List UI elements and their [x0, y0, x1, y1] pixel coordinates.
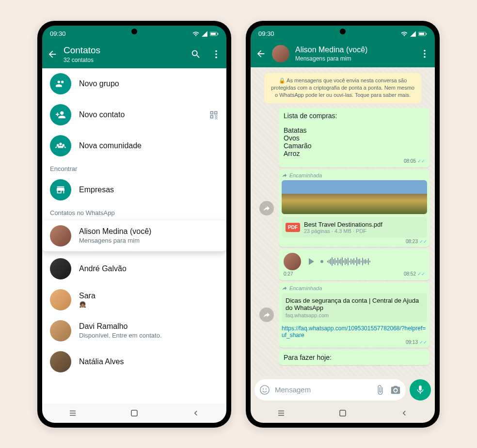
message-bubble-document[interactable]: Encaminhada PDF Best Travel Destinations…: [279, 170, 430, 247]
camera-cutout: [340, 29, 346, 34]
forward-circle-icon[interactable]: [259, 201, 274, 216]
nav-back-icon[interactable]: [400, 409, 409, 417]
search-icon[interactable]: [191, 49, 201, 60]
back-icon[interactable]: [255, 48, 266, 59]
message-bubble-list[interactable]: Lista de compras: Batatas Ovos Camarão A…: [279, 108, 430, 168]
nav-back-icon[interactable]: [191, 409, 200, 417]
avatar: [50, 289, 71, 310]
avatar: [50, 258, 71, 279]
svg-rect-11: [419, 32, 425, 35]
msg-time: 08:52: [404, 271, 416, 277]
message-input[interactable]: Mensagem: [254, 379, 406, 401]
svg-rect-1: [211, 32, 216, 35]
attach-icon[interactable]: [375, 385, 385, 395]
camera-icon[interactable]: [390, 385, 401, 395]
community-icon: [55, 140, 66, 151]
nav-recents-icon[interactable]: [68, 409, 77, 417]
svg-point-4: [215, 53, 217, 55]
phone-chat: 09:30 Alison Medina (você) Mensagens par…: [246, 21, 440, 428]
svg-rect-12: [426, 33, 427, 34]
avatar: [50, 351, 71, 372]
contact-emoji: 👧🏽: [79, 301, 219, 308]
item-label: Nova comunidade: [79, 141, 219, 150]
chat-messages[interactable]: 🔒 As mensagens que você envia nesta conv…: [251, 67, 435, 376]
nav-bar: [42, 403, 226, 423]
image-preview: [282, 180, 427, 214]
forward-circle-icon[interactable]: [259, 308, 274, 322]
message-bubble-link[interactable]: Encaminhada Dicas de segurança da conta …: [279, 282, 430, 348]
nav-bar: [251, 403, 435, 423]
contacts-content[interactable]: Novo grupo Novo contato Nova comunidade …: [42, 68, 226, 403]
section-contacts-on: Contatos no WhatsApp: [42, 205, 226, 218]
play-icon[interactable]: [305, 256, 317, 267]
item-label: Empresas: [79, 185, 219, 194]
svg-rect-2: [218, 33, 219, 34]
partial-text: Para fazer hoje:: [284, 354, 425, 361]
list-item: Batatas: [284, 126, 425, 134]
nav-recents-icon[interactable]: [277, 409, 286, 417]
battery-icon: [418, 31, 427, 36]
add-person-icon: [55, 109, 66, 120]
qr-icon[interactable]: [209, 110, 219, 120]
msg-time: 08:05: [404, 158, 416, 164]
svg-point-16: [260, 385, 269, 394]
encryption-notice[interactable]: 🔒 As mensagens que você envia nesta conv…: [264, 73, 421, 103]
doc-meta: 23 páginas · 4.3 MB · PDF: [304, 228, 382, 234]
chat-title-area[interactable]: Alison Medina (você) Mensagens para mim: [295, 46, 413, 62]
nav-home-icon[interactable]: [130, 409, 139, 417]
read-checks-icon: ✓✓: [417, 158, 425, 164]
battery-icon: [210, 31, 219, 36]
contact-name: Davi Ramalho: [79, 322, 219, 331]
contact-name: Natália Alves: [79, 357, 219, 366]
contact-item[interactable]: André Galvão: [42, 253, 226, 284]
contact-name: Sara: [79, 292, 219, 300]
mic-button[interactable]: [410, 379, 431, 401]
page-title: Contatos: [64, 45, 185, 56]
more-icon[interactable]: [211, 49, 222, 60]
businesses-button[interactable]: Empresas: [42, 174, 226, 205]
wifi-icon: [192, 31, 199, 37]
contact-item[interactable]: Sara 👧🏽: [42, 284, 226, 315]
contact-sub: Mensagens para mim: [79, 237, 219, 244]
pdf-icon: PDF: [286, 223, 300, 232]
new-contact-button[interactable]: Novo contato: [42, 99, 226, 130]
contact-sub: Disponível. Entre em contato.: [79, 332, 219, 339]
avatar: [50, 320, 71, 341]
new-group-button[interactable]: Novo grupo: [42, 68, 226, 99]
contact-self[interactable]: Alison Medina (você) Mensagens para mim: [42, 220, 226, 251]
contact-item[interactable]: Natália Alves: [42, 346, 226, 377]
list-item: Camarão: [284, 142, 425, 150]
svg-point-18: [266, 388, 267, 389]
forward-icon: [282, 285, 287, 291]
back-icon[interactable]: [47, 49, 58, 60]
list-item: Ovos: [284, 134, 425, 142]
list-item: Arroz: [284, 150, 425, 157]
page-subtitle: 32 contatos: [64, 57, 185, 63]
wifi-icon: [401, 31, 408, 37]
svg-point-19: [394, 389, 397, 392]
message-bubble-voice[interactable]: 0:2708:52✓✓: [279, 249, 430, 280]
input-placeholder: Mensagem: [275, 386, 370, 394]
chat-avatar[interactable]: [272, 45, 289, 62]
svg-point-15: [424, 56, 426, 58]
link-url[interactable]: https://faq.whatsapp.com/109530155778206…: [282, 325, 427, 339]
waveform[interactable]: [327, 257, 425, 266]
msg-time: 09:13: [406, 340, 418, 345]
read-checks-icon: ✓✓: [419, 340, 427, 345]
phone-contacts: 09:30 Contatos 32 contatos: [37, 21, 231, 428]
contact-item[interactable]: Davi Ramalho Disponível. Entre em contat…: [42, 315, 226, 346]
link-title: Dicas de segurança da conta | Central de…: [286, 297, 423, 311]
section-find: Encontrar: [42, 161, 226, 174]
document-attachment[interactable]: PDF Best Travel Destinations.pdf 23 pági…: [282, 217, 427, 238]
emoji-icon[interactable]: [259, 385, 270, 395]
more-icon[interactable]: [419, 48, 430, 59]
voice-progress-dot: [320, 260, 323, 263]
signal-icon: [201, 31, 208, 37]
status-time: 09:30: [258, 30, 274, 37]
msg-time: 08:23: [406, 239, 418, 244]
contact-name: André Galvão: [79, 264, 219, 273]
nav-home-icon[interactable]: [338, 409, 347, 417]
message-bubble-partial[interactable]: Para fazer hoje:: [279, 350, 430, 365]
link-host: faq.whatsapp.com: [286, 312, 423, 318]
new-community-button[interactable]: Nova comunidade: [42, 130, 226, 161]
